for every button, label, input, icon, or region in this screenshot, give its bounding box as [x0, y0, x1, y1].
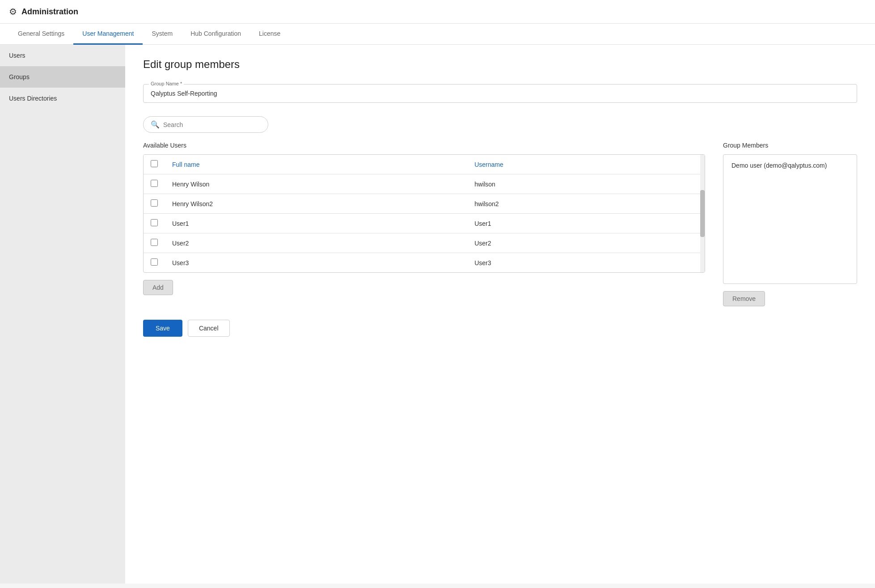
remove-action-row: Remove: [723, 291, 857, 306]
user-checkbox[interactable]: [151, 219, 158, 226]
available-users-label: Available Users: [143, 142, 705, 149]
user-username: User2: [467, 233, 705, 253]
add-action-row: Add: [143, 280, 705, 295]
tab-license[interactable]: License: [250, 24, 289, 45]
group-name-field: Group Name * Qalyptus Self-Reporting: [143, 84, 857, 103]
top-header: ⚙ Administration: [0, 0, 875, 24]
lists-section: Available Users Full name Username: [143, 142, 857, 306]
row-checkbox-cell: [144, 233, 165, 253]
table-row[interactable]: User1 User1: [144, 214, 705, 233]
main-layout: Users Groups Users Directories Edit grou…: [0, 45, 875, 584]
users-table: Full name Username Henry Wilson hwilson …: [144, 155, 705, 272]
header-checkbox-cell: [144, 155, 165, 174]
user-username: hwilson2: [467, 194, 705, 214]
available-users-column: Available Users Full name Username: [143, 142, 705, 306]
tab-general-settings[interactable]: General Settings: [9, 24, 73, 45]
tab-user-management[interactable]: User Management: [73, 24, 143, 45]
add-button[interactable]: Add: [143, 280, 173, 295]
table-row[interactable]: Henry Wilson2 hwilson2: [144, 194, 705, 214]
save-row: Save Cancel: [143, 320, 857, 337]
users-table-container: Full name Username Henry Wilson hwilson …: [143, 154, 705, 273]
row-checkbox-cell: [144, 253, 165, 273]
user-fullname: User2: [165, 233, 467, 253]
user-checkbox[interactable]: [151, 239, 158, 246]
group-members-column: Group Members Demo user (demo@qalyptus.c…: [723, 142, 857, 306]
user-fullname: User3: [165, 253, 467, 273]
username-header: Username: [467, 155, 705, 174]
user-fullname: Henry Wilson2: [165, 194, 467, 214]
user-checkbox[interactable]: [151, 258, 158, 266]
table-row[interactable]: User2 User2: [144, 233, 705, 253]
page-title: Edit group members: [143, 58, 857, 71]
user-username: User3: [467, 253, 705, 273]
user-username: hwilson: [467, 174, 705, 194]
scrollbar-track[interactable]: [700, 155, 705, 272]
table-row[interactable]: User3 User3: [144, 253, 705, 273]
fullname-header: Full name: [165, 155, 467, 174]
user-checkbox[interactable]: [151, 199, 158, 207]
users-table-body: Henry Wilson hwilson Henry Wilson2 hwils…: [144, 174, 705, 273]
gear-icon: ⚙: [9, 6, 17, 17]
list-item[interactable]: Demo user (demo@qalyptus.com): [727, 158, 853, 173]
scrollbar-thumb[interactable]: [700, 190, 705, 237]
sidebar-item-users-directories[interactable]: Users Directories: [0, 88, 125, 109]
search-input[interactable]: [163, 121, 261, 128]
row-checkbox-cell: [144, 214, 165, 233]
tab-hub-configuration[interactable]: Hub Configuration: [182, 24, 250, 45]
row-checkbox-cell: [144, 194, 165, 214]
user-fullname: Henry Wilson: [165, 174, 467, 194]
group-name-label: Group Name *: [149, 81, 184, 86]
app-title: Administration: [21, 7, 78, 17]
user-fullname: User1: [165, 214, 467, 233]
remove-button[interactable]: Remove: [723, 291, 765, 306]
search-icon: 🔍: [151, 120, 160, 129]
content-area: Edit group members Group Name * Qalyptus…: [125, 45, 875, 584]
table-row[interactable]: Henry Wilson hwilson: [144, 174, 705, 194]
user-checkbox[interactable]: [151, 180, 158, 187]
group-members-label: Group Members: [723, 142, 857, 149]
nav-tabs: General Settings User Management System …: [0, 24, 875, 45]
sidebar-item-groups[interactable]: Groups: [0, 66, 125, 88]
user-username: User1: [467, 214, 705, 233]
save-button[interactable]: Save: [143, 320, 182, 337]
tab-system[interactable]: System: [143, 24, 182, 45]
group-name-value: Qalyptus Self-Reporting: [151, 90, 850, 97]
users-table-header: Full name Username: [144, 155, 705, 174]
search-container: 🔍: [143, 116, 857, 133]
sidebar-item-users[interactable]: Users: [0, 45, 125, 66]
select-all-checkbox[interactable]: [151, 160, 158, 167]
row-checkbox-cell: [144, 174, 165, 194]
members-list: Demo user (demo@qalyptus.com): [723, 154, 857, 284]
search-box[interactable]: 🔍: [143, 116, 268, 133]
sidebar: Users Groups Users Directories: [0, 45, 125, 584]
cancel-button[interactable]: Cancel: [188, 320, 230, 337]
